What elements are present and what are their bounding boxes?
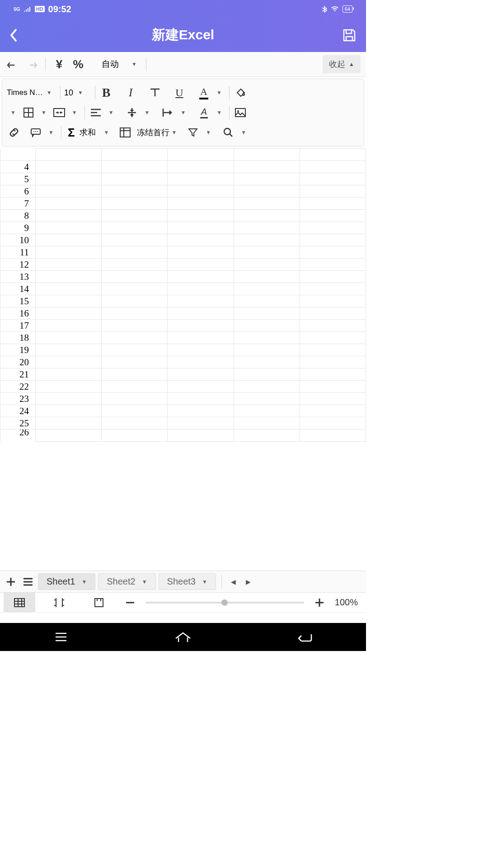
page-break-view-button[interactable] bbox=[43, 593, 75, 613]
chevron-down-icon[interactable]: ▼ bbox=[237, 129, 250, 136]
cell[interactable] bbox=[36, 185, 102, 198]
cell[interactable] bbox=[234, 295, 300, 307]
grid-row[interactable]: 20 bbox=[0, 356, 366, 368]
insert-link-button[interactable] bbox=[7, 124, 21, 141]
freeze-panes-icon[interactable] bbox=[118, 124, 132, 141]
cell[interactable] bbox=[102, 393, 168, 405]
row-header[interactable]: 21 bbox=[0, 368, 36, 381]
cell[interactable] bbox=[168, 368, 234, 381]
font-family-dropdown[interactable]: Times N… ▼ bbox=[7, 88, 56, 97]
cell[interactable] bbox=[168, 417, 234, 429]
cell[interactable] bbox=[300, 429, 366, 442]
cell[interactable] bbox=[300, 368, 366, 381]
cell[interactable] bbox=[36, 161, 102, 173]
cell[interactable] bbox=[234, 393, 300, 405]
cell[interactable] bbox=[36, 259, 102, 271]
cell[interactable] bbox=[168, 234, 234, 246]
chevron-down-icon[interactable]: ▼ bbox=[100, 129, 113, 136]
cell[interactable] bbox=[102, 246, 168, 259]
save-button[interactable] bbox=[339, 28, 357, 43]
row-header[interactable]: 17 bbox=[0, 320, 36, 332]
all-sheets-button[interactable] bbox=[21, 574, 35, 590]
merge-cells-button[interactable] bbox=[52, 104, 66, 121]
grid-row[interactable]: 6 bbox=[0, 185, 366, 198]
row-header[interactable]: 24 bbox=[0, 405, 36, 417]
autosum-dropdown[interactable]: Σ 求和 bbox=[65, 126, 99, 140]
grid-row[interactable]: 9 bbox=[0, 222, 366, 234]
chevron-down-icon[interactable]: ▼ bbox=[141, 109, 154, 116]
cell[interactable] bbox=[102, 234, 168, 246]
cell[interactable] bbox=[234, 356, 300, 368]
cell[interactable] bbox=[168, 185, 234, 198]
cell[interactable] bbox=[168, 332, 234, 344]
grid-row[interactable]: 17 bbox=[0, 320, 366, 332]
sheet-tab[interactable]: Sheet3▼ bbox=[159, 573, 216, 590]
row-header[interactable]: 4 bbox=[0, 161, 36, 173]
cell[interactable] bbox=[300, 149, 366, 161]
sheet-tab[interactable]: Sheet2▼ bbox=[98, 573, 155, 590]
android-back-button[interactable] bbox=[278, 632, 332, 642]
freeze-panes-dropdown[interactable]: 冻结首行 ▼ bbox=[134, 127, 179, 138]
grid-row[interactable]: 12 bbox=[0, 259, 366, 271]
grid-row[interactable]: 22 bbox=[0, 381, 366, 393]
cell[interactable] bbox=[168, 271, 234, 283]
cell[interactable] bbox=[102, 405, 168, 417]
cell[interactable] bbox=[234, 222, 300, 234]
chevron-down-icon[interactable]: ▼ bbox=[45, 129, 57, 136]
chevron-down-icon[interactable]: ▼ bbox=[105, 109, 117, 116]
cell[interactable] bbox=[168, 210, 234, 222]
cell[interactable] bbox=[300, 356, 366, 368]
cell[interactable] bbox=[234, 198, 300, 210]
cell[interactable] bbox=[36, 405, 102, 417]
android-recents-button[interactable] bbox=[34, 632, 88, 642]
cell[interactable] bbox=[36, 246, 102, 259]
normal-view-button[interactable] bbox=[4, 593, 35, 613]
cell[interactable] bbox=[300, 344, 366, 356]
cell[interactable] bbox=[102, 283, 168, 295]
grid-row[interactable]: 23 bbox=[0, 393, 366, 405]
back-button[interactable] bbox=[9, 28, 27, 42]
cell[interactable] bbox=[168, 307, 234, 320]
cell[interactable] bbox=[102, 381, 168, 393]
text-rotation-button[interactable]: A bbox=[197, 104, 211, 121]
cell[interactable] bbox=[234, 149, 300, 161]
cell[interactable] bbox=[168, 429, 234, 442]
grid-row[interactable]: 14 bbox=[0, 283, 366, 295]
cell[interactable] bbox=[300, 271, 366, 283]
redo-button[interactable] bbox=[24, 56, 39, 72]
cell[interactable] bbox=[36, 381, 102, 393]
comment-button[interactable] bbox=[28, 124, 43, 141]
page-layout-view-button[interactable] bbox=[83, 593, 115, 613]
grid-row[interactable]: 19 bbox=[0, 344, 366, 356]
font-color-button[interactable]: A bbox=[197, 85, 211, 101]
grid-row[interactable]: 4 bbox=[0, 161, 366, 173]
row-header[interactable]: 12 bbox=[0, 259, 36, 271]
cell[interactable] bbox=[102, 259, 168, 271]
row-header[interactable]: 7 bbox=[0, 198, 36, 210]
grid-row[interactable] bbox=[0, 149, 366, 161]
cell[interactable] bbox=[168, 381, 234, 393]
cell[interactable] bbox=[234, 368, 300, 381]
cell[interactable] bbox=[102, 429, 168, 442]
grid-row[interactable]: 15 bbox=[0, 295, 366, 307]
row-header[interactable]: 19 bbox=[0, 344, 36, 356]
cell[interactable] bbox=[168, 246, 234, 259]
cell[interactable] bbox=[234, 429, 300, 442]
cell[interactable] bbox=[300, 222, 366, 234]
insert-image-button[interactable] bbox=[233, 104, 248, 121]
grid-row[interactable]: 5 bbox=[0, 173, 366, 185]
cell[interactable] bbox=[234, 259, 300, 271]
cell[interactable] bbox=[102, 222, 168, 234]
cell[interactable] bbox=[36, 271, 102, 283]
cell[interactable] bbox=[36, 210, 102, 222]
cell[interactable] bbox=[234, 161, 300, 173]
cell[interactable] bbox=[102, 149, 168, 161]
cell[interactable] bbox=[36, 332, 102, 344]
chevron-down-icon[interactable]: ▼ bbox=[7, 109, 19, 116]
cell[interactable] bbox=[102, 417, 168, 429]
cell[interactable] bbox=[102, 295, 168, 307]
cell[interactable] bbox=[234, 417, 300, 429]
cell[interactable] bbox=[168, 222, 234, 234]
grid-row[interactable]: 13 bbox=[0, 271, 366, 283]
cell[interactable] bbox=[102, 320, 168, 332]
